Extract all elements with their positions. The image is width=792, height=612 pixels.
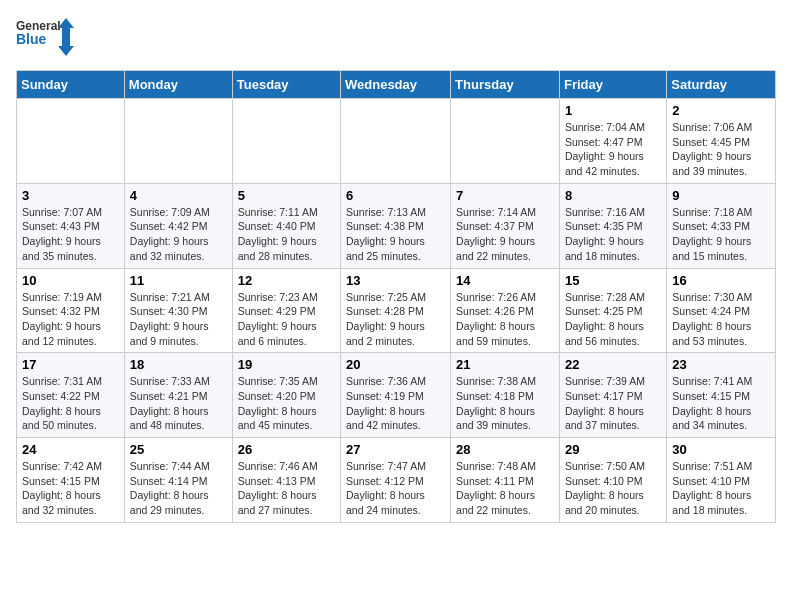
day-info: Sunrise: 7:04 AM Sunset: 4:47 PM Dayligh… <box>565 120 661 179</box>
day-info: Sunrise: 7:19 AM Sunset: 4:32 PM Dayligh… <box>22 290 119 349</box>
day-number: 1 <box>565 103 661 118</box>
day-info: Sunrise: 7:38 AM Sunset: 4:18 PM Dayligh… <box>456 374 554 433</box>
day-info: Sunrise: 7:47 AM Sunset: 4:12 PM Dayligh… <box>346 459 445 518</box>
calendar-cell: 27Sunrise: 7:47 AM Sunset: 4:12 PM Dayli… <box>341 438 451 523</box>
logo: General Blue <box>16 16 76 58</box>
calendar-cell: 8Sunrise: 7:16 AM Sunset: 4:35 PM Daylig… <box>559 183 666 268</box>
weekday-header-saturday: Saturday <box>667 71 776 99</box>
calendar-cell <box>341 99 451 184</box>
day-info: Sunrise: 7:07 AM Sunset: 4:43 PM Dayligh… <box>22 205 119 264</box>
day-number: 7 <box>456 188 554 203</box>
calendar-week-2: 3Sunrise: 7:07 AM Sunset: 4:43 PM Daylig… <box>17 183 776 268</box>
day-number: 16 <box>672 273 770 288</box>
day-info: Sunrise: 7:48 AM Sunset: 4:11 PM Dayligh… <box>456 459 554 518</box>
calendar-cell: 9Sunrise: 7:18 AM Sunset: 4:33 PM Daylig… <box>667 183 776 268</box>
calendar: SundayMondayTuesdayWednesdayThursdayFrid… <box>16 70 776 523</box>
calendar-cell: 13Sunrise: 7:25 AM Sunset: 4:28 PM Dayli… <box>341 268 451 353</box>
day-number: 25 <box>130 442 227 457</box>
header: General Blue <box>16 16 776 58</box>
day-info: Sunrise: 7:14 AM Sunset: 4:37 PM Dayligh… <box>456 205 554 264</box>
svg-text:Blue: Blue <box>16 31 47 47</box>
day-number: 6 <box>346 188 445 203</box>
calendar-cell: 3Sunrise: 7:07 AM Sunset: 4:43 PM Daylig… <box>17 183 125 268</box>
day-number: 14 <box>456 273 554 288</box>
day-info: Sunrise: 7:36 AM Sunset: 4:19 PM Dayligh… <box>346 374 445 433</box>
day-info: Sunrise: 7:31 AM Sunset: 4:22 PM Dayligh… <box>22 374 119 433</box>
day-number: 22 <box>565 357 661 372</box>
day-info: Sunrise: 7:26 AM Sunset: 4:26 PM Dayligh… <box>456 290 554 349</box>
day-info: Sunrise: 7:13 AM Sunset: 4:38 PM Dayligh… <box>346 205 445 264</box>
day-info: Sunrise: 7:21 AM Sunset: 4:30 PM Dayligh… <box>130 290 227 349</box>
day-number: 23 <box>672 357 770 372</box>
day-info: Sunrise: 7:33 AM Sunset: 4:21 PM Dayligh… <box>130 374 227 433</box>
calendar-cell: 16Sunrise: 7:30 AM Sunset: 4:24 PM Dayli… <box>667 268 776 353</box>
calendar-cell: 30Sunrise: 7:51 AM Sunset: 4:10 PM Dayli… <box>667 438 776 523</box>
logo-svg: General Blue <box>16 16 76 58</box>
day-info: Sunrise: 7:46 AM Sunset: 4:13 PM Dayligh… <box>238 459 335 518</box>
day-info: Sunrise: 7:51 AM Sunset: 4:10 PM Dayligh… <box>672 459 770 518</box>
weekday-header-tuesday: Tuesday <box>232 71 340 99</box>
day-number: 29 <box>565 442 661 457</box>
calendar-week-1: 1Sunrise: 7:04 AM Sunset: 4:47 PM Daylig… <box>17 99 776 184</box>
calendar-week-5: 24Sunrise: 7:42 AM Sunset: 4:15 PM Dayli… <box>17 438 776 523</box>
calendar-cell: 23Sunrise: 7:41 AM Sunset: 4:15 PM Dayli… <box>667 353 776 438</box>
calendar-week-3: 10Sunrise: 7:19 AM Sunset: 4:32 PM Dayli… <box>17 268 776 353</box>
weekday-header-wednesday: Wednesday <box>341 71 451 99</box>
day-info: Sunrise: 7:11 AM Sunset: 4:40 PM Dayligh… <box>238 205 335 264</box>
calendar-cell: 7Sunrise: 7:14 AM Sunset: 4:37 PM Daylig… <box>451 183 560 268</box>
calendar-cell: 15Sunrise: 7:28 AM Sunset: 4:25 PM Dayli… <box>559 268 666 353</box>
day-info: Sunrise: 7:09 AM Sunset: 4:42 PM Dayligh… <box>130 205 227 264</box>
day-number: 27 <box>346 442 445 457</box>
calendar-cell <box>451 99 560 184</box>
calendar-cell: 18Sunrise: 7:33 AM Sunset: 4:21 PM Dayli… <box>124 353 232 438</box>
day-info: Sunrise: 7:35 AM Sunset: 4:20 PM Dayligh… <box>238 374 335 433</box>
day-number: 18 <box>130 357 227 372</box>
day-info: Sunrise: 7:25 AM Sunset: 4:28 PM Dayligh… <box>346 290 445 349</box>
calendar-cell: 1Sunrise: 7:04 AM Sunset: 4:47 PM Daylig… <box>559 99 666 184</box>
day-number: 4 <box>130 188 227 203</box>
calendar-cell <box>17 99 125 184</box>
day-number: 19 <box>238 357 335 372</box>
day-number: 30 <box>672 442 770 457</box>
day-info: Sunrise: 7:41 AM Sunset: 4:15 PM Dayligh… <box>672 374 770 433</box>
calendar-cell: 22Sunrise: 7:39 AM Sunset: 4:17 PM Dayli… <box>559 353 666 438</box>
day-info: Sunrise: 7:23 AM Sunset: 4:29 PM Dayligh… <box>238 290 335 349</box>
weekday-header-thursday: Thursday <box>451 71 560 99</box>
weekday-header-friday: Friday <box>559 71 666 99</box>
day-number: 15 <box>565 273 661 288</box>
day-number: 20 <box>346 357 445 372</box>
day-info: Sunrise: 7:50 AM Sunset: 4:10 PM Dayligh… <box>565 459 661 518</box>
day-number: 11 <box>130 273 227 288</box>
day-number: 5 <box>238 188 335 203</box>
day-info: Sunrise: 7:06 AM Sunset: 4:45 PM Dayligh… <box>672 120 770 179</box>
calendar-cell: 10Sunrise: 7:19 AM Sunset: 4:32 PM Dayli… <box>17 268 125 353</box>
calendar-cell: 6Sunrise: 7:13 AM Sunset: 4:38 PM Daylig… <box>341 183 451 268</box>
calendar-cell: 25Sunrise: 7:44 AM Sunset: 4:14 PM Dayli… <box>124 438 232 523</box>
calendar-cell: 14Sunrise: 7:26 AM Sunset: 4:26 PM Dayli… <box>451 268 560 353</box>
calendar-cell: 2Sunrise: 7:06 AM Sunset: 4:45 PM Daylig… <box>667 99 776 184</box>
day-number: 26 <box>238 442 335 457</box>
calendar-cell <box>124 99 232 184</box>
day-info: Sunrise: 7:28 AM Sunset: 4:25 PM Dayligh… <box>565 290 661 349</box>
day-number: 9 <box>672 188 770 203</box>
calendar-cell: 4Sunrise: 7:09 AM Sunset: 4:42 PM Daylig… <box>124 183 232 268</box>
day-number: 10 <box>22 273 119 288</box>
day-info: Sunrise: 7:42 AM Sunset: 4:15 PM Dayligh… <box>22 459 119 518</box>
calendar-cell: 5Sunrise: 7:11 AM Sunset: 4:40 PM Daylig… <box>232 183 340 268</box>
calendar-cell: 19Sunrise: 7:35 AM Sunset: 4:20 PM Dayli… <box>232 353 340 438</box>
calendar-cell: 17Sunrise: 7:31 AM Sunset: 4:22 PM Dayli… <box>17 353 125 438</box>
day-number: 3 <box>22 188 119 203</box>
calendar-cell: 21Sunrise: 7:38 AM Sunset: 4:18 PM Dayli… <box>451 353 560 438</box>
day-info: Sunrise: 7:18 AM Sunset: 4:33 PM Dayligh… <box>672 205 770 264</box>
day-info: Sunrise: 7:30 AM Sunset: 4:24 PM Dayligh… <box>672 290 770 349</box>
day-number: 13 <box>346 273 445 288</box>
weekday-header-sunday: Sunday <box>17 71 125 99</box>
calendar-cell: 24Sunrise: 7:42 AM Sunset: 4:15 PM Dayli… <box>17 438 125 523</box>
day-info: Sunrise: 7:44 AM Sunset: 4:14 PM Dayligh… <box>130 459 227 518</box>
calendar-cell: 12Sunrise: 7:23 AM Sunset: 4:29 PM Dayli… <box>232 268 340 353</box>
day-number: 17 <box>22 357 119 372</box>
day-number: 8 <box>565 188 661 203</box>
day-number: 2 <box>672 103 770 118</box>
calendar-cell: 29Sunrise: 7:50 AM Sunset: 4:10 PM Dayli… <box>559 438 666 523</box>
weekday-header-monday: Monday <box>124 71 232 99</box>
